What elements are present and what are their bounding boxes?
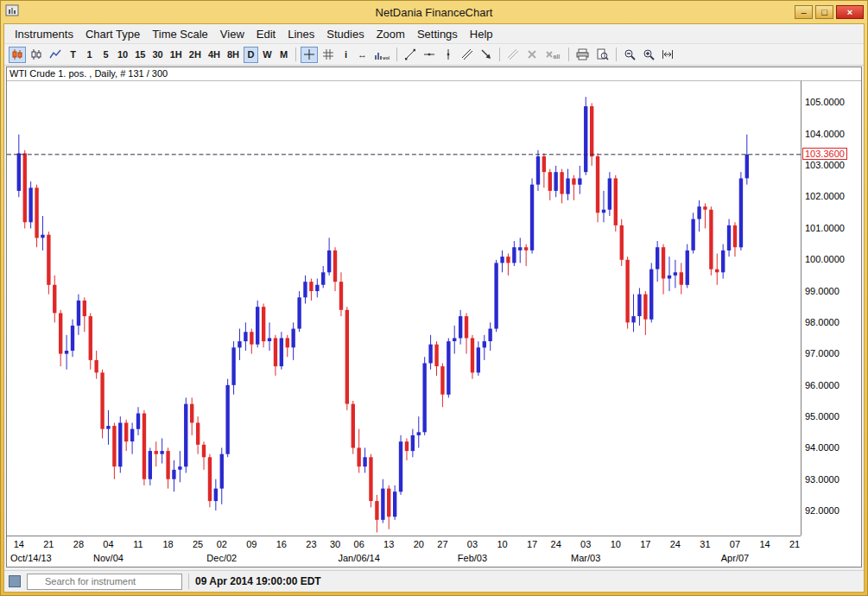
menu-item-view[interactable]: View [214,26,250,42]
menu-item-chart-type[interactable]: Chart Type [79,26,146,42]
delete-all-drawings-icon[interactable]: all [542,47,564,63]
candlestick-chart-icon[interactable] [9,47,26,63]
line-chart-icon[interactable] [47,47,64,63]
candle [548,169,552,200]
candle [327,238,331,276]
timeframe-5min[interactable]: 5 [98,47,113,63]
candle [184,397,187,472]
candle [727,219,731,257]
horizontal-line-icon[interactable] [421,47,438,63]
candle [214,479,218,510]
time-tick-label: 10 [497,539,507,549]
timeframe-4h[interactable]: 4H [206,47,223,63]
instrument-search [27,574,182,590]
candle [721,244,725,279]
menu-item-edit[interactable]: Edit [250,26,282,42]
timeframe-10min[interactable]: 10 [115,47,130,63]
timeframe-weekly[interactable]: W [260,47,275,63]
price-chart[interactable] [7,81,801,536]
candle [697,200,700,231]
candle [297,291,301,332]
candle [143,410,146,485]
time-tick-label: 09 [246,539,257,549]
candle [453,326,456,354]
maximize-button[interactable]: □ [815,5,833,19]
time-tick-label: 30 [330,539,340,549]
status-separator [188,574,189,589]
crosshair-icon[interactable] [301,47,318,63]
toolbar-separator [568,48,569,61]
info-icon[interactable]: i [339,47,353,63]
time-tick-label: 20 [414,539,424,549]
fit-chart-icon[interactable] [659,47,676,63]
candle [94,351,98,379]
bar-chart-icon[interactable] [28,47,45,63]
connection-status-icon[interactable] [9,575,21,587]
toolbar-separator [295,48,296,61]
delete-drawing-icon[interactable] [523,47,541,63]
time-axis[interactable]: 1421280411182502091623300613202703101724… [7,536,801,567]
chart-plot-area[interactable] [7,80,801,536]
timeframe-2h[interactable]: 2H [187,47,204,63]
menu-item-help[interactable]: Help [464,26,499,42]
timeframe-15min[interactable]: 15 [132,47,148,63]
time-tick-label: 17 [640,539,650,549]
candle [225,379,229,458]
timeframe-daily[interactable]: D [244,47,258,63]
menu-item-instruments[interactable]: Instruments [9,26,79,42]
arrow-tool-icon[interactable] [478,47,495,63]
timeframe-8h[interactable]: 8H [225,47,242,63]
candle [256,301,259,347]
menu-item-settings[interactable]: Settings [411,26,464,42]
candle [674,260,677,288]
candle [590,103,593,166]
time-tick-label: 04 [103,539,113,549]
print-icon[interactable] [573,47,592,63]
trend-line-icon[interactable] [402,47,419,63]
vertical-line-icon[interactable] [440,47,457,63]
channel-icon[interactable] [459,47,476,63]
candle [434,341,438,376]
timeframe-monthly[interactable]: M [276,47,291,63]
minimize-button[interactable]: – [795,5,813,19]
parallel-lines-icon[interactable] [504,47,522,63]
search-input[interactable] [28,574,181,589]
price-axis[interactable]: 105.0000104.0000103.0000102.0000101.0000… [801,80,861,536]
candle [208,454,212,508]
menu-item-zoom[interactable]: Zoom [371,26,411,42]
time-tick-label: 18 [162,539,173,549]
menu-item-time-scale[interactable]: Time Scale [146,26,214,42]
candle [35,185,38,248]
menu-item-studies[interactable]: Studies [320,26,370,42]
candle [602,191,605,222]
candle [745,135,749,185]
candle [530,178,534,253]
timeframe-30min[interactable]: 30 [150,47,166,63]
time-tick-label: 14 [14,539,24,549]
candle [703,203,706,228]
time-tick-label: 21 [789,539,800,549]
timeframe-1min[interactable]: 1 [82,47,97,63]
month-tick-label: Oct/14/13 [10,553,52,563]
candle [309,279,313,301]
scroll-arrows-icon[interactable]: ↔ [355,47,370,63]
svg-text:vol: vol [383,55,390,60]
candle [512,241,516,266]
candle [268,322,271,351]
grid-icon[interactable] [320,47,337,63]
candle [202,441,206,470]
window-controls: – □ × [795,5,865,19]
timeframe-1h[interactable]: 1H [168,47,185,63]
print-preview-icon[interactable] [593,47,611,63]
candle [471,335,474,379]
time-tick-label: 11 [133,539,143,549]
zoom-out-icon[interactable] [621,47,638,63]
time-tick-label: 02 [217,539,227,549]
candle [709,206,713,276]
close-button[interactable]: × [836,5,864,19]
menu-item-lines[interactable]: Lines [282,26,320,42]
timeframe-tick[interactable]: T [66,47,80,63]
candle [172,460,175,491]
zoom-in-icon[interactable] [640,47,657,63]
volume-icon[interactable]: vol [371,47,392,63]
